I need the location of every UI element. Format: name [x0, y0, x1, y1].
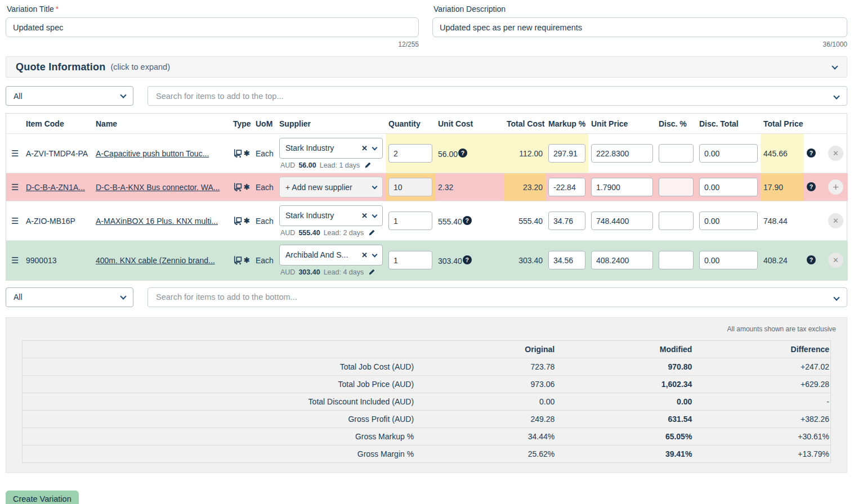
gross-margin-label: Gross Margin % [23, 445, 419, 462]
edit-pencil-icon[interactable] [368, 268, 375, 276]
col-supplier: Supplier [276, 114, 386, 134]
gross-markup-modified: 65.05% [556, 428, 693, 445]
supplier-select[interactable]: Stark Industry ✕ [279, 138, 383, 159]
help-icon[interactable]: ? [807, 255, 816, 264]
bottom-add-item-row: All [6, 287, 847, 307]
discount-pct-input[interactable] [659, 212, 694, 230]
remove-row-button[interactable]: ✕ [828, 253, 843, 268]
supplier-select[interactable]: Archibald And S... ✕ [279, 245, 383, 266]
unit-price-input[interactable] [591, 144, 653, 163]
unit-price-input[interactable] [591, 178, 653, 196]
add-supplier-select[interactable]: + Add new supplier [279, 177, 383, 197]
table-row: ☰ A-ZIO-MB16P A-MAXinBOX 16 Plus. KNX mu… [6, 201, 848, 241]
unit-cost-value: 56.00 [438, 150, 458, 159]
top-item-type-select[interactable]: All [6, 86, 133, 106]
edit-pencil-icon[interactable] [364, 161, 372, 169]
help-icon[interactable]: ? [807, 148, 816, 158]
col-original: Original [418, 340, 556, 358]
total-job-price-modified: 1,602.34 [556, 375, 693, 393]
gross-markup-original: 34.44% [418, 428, 556, 445]
quote-information-hint: (click to expand) [110, 62, 170, 71]
chevron-down-icon [372, 251, 378, 257]
unit-cost-value: 303.40 [438, 256, 462, 266]
quote-information-header[interactable]: Quote Information (click to expand) [6, 56, 847, 78]
supplier-lead-time: Lead: 2 days [324, 229, 364, 237]
supplier-lead-time: Lead: 1 days [320, 161, 360, 169]
variation-title-input[interactable] [6, 17, 419, 37]
help-icon[interactable]: ? [463, 216, 472, 225]
title-char-counter: 12/255 [6, 40, 419, 49]
remove-supplier-icon[interactable]: ✕ [361, 251, 368, 259]
chevron-down-icon [120, 293, 126, 299]
top-item-search [147, 86, 847, 106]
supplier-select[interactable]: Stark Industry ✕ [279, 205, 383, 226]
item-name-link[interactable]: 400m. KNX cable (Zennio brand... [96, 256, 215, 265]
discount-pct-input[interactable] [659, 144, 694, 163]
create-variation-button[interactable]: Create Variation [6, 490, 79, 504]
asterisk-icon: ✱ [244, 217, 250, 225]
markup-input[interactable] [548, 251, 585, 269]
totals-table: Original Modified Difference Total Job C… [22, 340, 831, 463]
drag-handle-icon[interactable]: ☰ [9, 255, 19, 265]
supplier-meta: AUD 56.00 Lead: 1 days [279, 161, 383, 169]
quantity-input[interactable] [388, 212, 432, 230]
discount-total-input[interactable] [699, 212, 758, 230]
col-unit-cost: Unit Cost [435, 114, 504, 134]
bottom-item-search-input[interactable] [147, 287, 847, 307]
markup-input[interactable] [548, 212, 585, 230]
gross-profit-original: 249.28 [418, 410, 556, 428]
discount-pct-input[interactable] [659, 178, 694, 196]
drag-handle-icon[interactable]: ☰ [9, 216, 19, 226]
markup-input[interactable] [548, 144, 585, 163]
item-name-link[interactable]: A-Capacitive push button Touc... [96, 149, 209, 158]
discount-total-input[interactable] [699, 144, 758, 163]
discount-pct-input[interactable] [659, 251, 694, 269]
variation-page: Variation Title* 12/255 Variation Descri… [0, 0, 854, 504]
help-icon[interactable]: ? [807, 182, 816, 191]
item-name-link[interactable]: A-MAXinBOX 16 Plus. KNX multi... [96, 217, 218, 226]
asterisk-icon: ✱ [244, 183, 250, 191]
variation-description-input[interactable] [432, 17, 847, 37]
unit-cost-value: 2.32 [438, 183, 453, 192]
totals-row: Total Job Price (AUD) 973.06 1,602.34 +6… [23, 375, 831, 393]
dolly-icon [233, 148, 243, 159]
quantity-input[interactable] [388, 178, 432, 196]
total-job-cost-label: Total Job Cost (AUD) [23, 358, 419, 375]
uom-value: Each [253, 134, 276, 173]
edit-pencil-icon[interactable] [368, 229, 375, 236]
remove-row-button[interactable]: ✕ [828, 213, 843, 228]
chevron-down-icon [372, 212, 378, 218]
help-icon[interactable]: ? [458, 148, 467, 158]
item-name-link[interactable]: D-C-B-A-KNX Bus connector. WA... [96, 183, 220, 192]
quote-information-title: Quote Information [16, 61, 105, 73]
items-header-row: Item Code Name Type UoM Supplier Quantit… [6, 114, 848, 134]
remove-supplier-icon[interactable]: ✕ [361, 212, 368, 220]
bottom-item-type-select[interactable]: All [6, 287, 133, 307]
unit-price-input[interactable] [591, 251, 653, 269]
discount-total-input[interactable] [699, 251, 758, 269]
quantity-input[interactable] [388, 251, 432, 269]
dolly-icon [233, 182, 243, 192]
chevron-down-icon [372, 145, 378, 150]
item-code-link[interactable]: D-C-B-A-ZN1A... [26, 183, 85, 192]
help-icon[interactable]: ? [463, 255, 472, 264]
item-code: A-ZIO-MB16P [23, 201, 93, 241]
unit-price-input[interactable] [591, 212, 653, 230]
supplied-item-type-icon: ✱ [233, 182, 250, 192]
remove-supplier-icon[interactable]: ✕ [361, 144, 368, 152]
drag-handle-icon[interactable]: ☰ [9, 182, 19, 192]
supplier-name: Stark Industry [285, 143, 356, 152]
markup-input[interactable] [548, 178, 585, 196]
add-row-button[interactable]: + [828, 179, 843, 195]
top-item-type-value: All [14, 92, 23, 101]
col-total-price: Total Price [761, 114, 804, 134]
col-markup: Markup % [546, 114, 588, 134]
col-disc-total: Disc. Total [696, 114, 761, 134]
remove-row-button[interactable]: ✕ [828, 146, 843, 161]
quantity-input[interactable] [388, 144, 432, 163]
top-item-search-input[interactable] [147, 86, 847, 106]
bottom-item-type-value: All [14, 292, 23, 302]
dolly-icon [233, 215, 243, 226]
drag-handle-icon[interactable]: ☰ [9, 148, 19, 158]
discount-total-input[interactable] [699, 178, 758, 196]
